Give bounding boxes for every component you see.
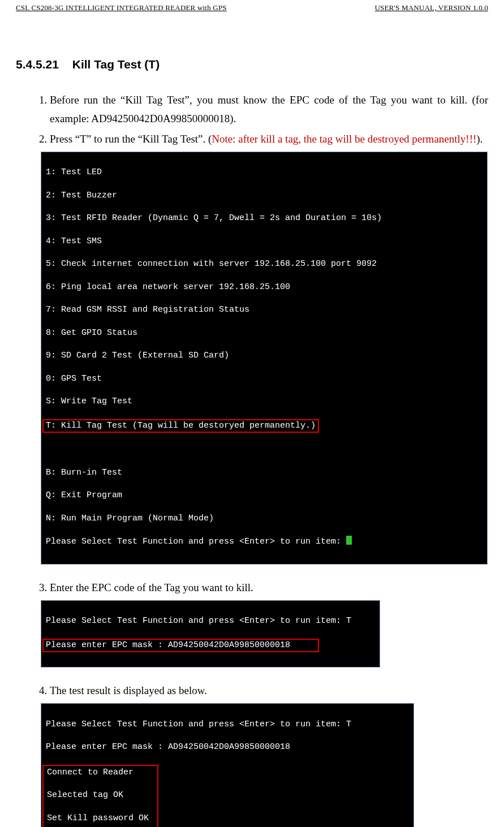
header-left: CSL CS208-3G INTELLIGENT INTEGRATED READ… xyxy=(16,3,227,12)
term2-line-highlighted: Please enter EPC mask : AD94250042D0A998… xyxy=(46,639,375,652)
term1-line: 5: Check internet connection with server… xyxy=(46,259,483,270)
step-2-text-b: ). xyxy=(476,133,483,145)
step-4-text: The test result is displayed as below. xyxy=(50,684,207,696)
term1-line: 4: Test SMS xyxy=(46,236,483,247)
cursor-icon xyxy=(346,536,352,545)
highlight-kill-tag: T: Kill Tag Test (Tag will be destoryed … xyxy=(42,419,319,433)
term1-line: 3: Test RFID Reader (Dynamic Q = 7, Dwel… xyxy=(46,213,483,224)
terminal-screenshot-3: Please Select Test Function and press <E… xyxy=(41,703,414,827)
section-number: 5.4.5.21 xyxy=(16,58,59,71)
terminal-screenshot-2: Please Select Test Function and press <E… xyxy=(41,600,380,667)
term1-line: S: Write Tag Test xyxy=(46,396,483,407)
term1-line: Q: Exit Program xyxy=(46,490,483,501)
term1-line-highlighted: T: Kill Tag Test (Tag will be destoryed … xyxy=(46,419,483,433)
page-header: CSL CS208-3G INTELLIGENT INTEGRATED READ… xyxy=(16,0,488,14)
steps-list-cont2: The test result is displayed as below. xyxy=(31,681,488,700)
highlight-result-block: Connect to Reader Selected tag OK Set Ki… xyxy=(42,765,158,828)
section-heading: 5.4.5.21 Kill Tag Test (T) xyxy=(16,58,488,71)
term3-line: Please enter EPC mask : AD94250042D0A998… xyxy=(46,742,409,753)
term1-line: N: Run Main Program (Normal Mode) xyxy=(46,513,483,524)
term1-line: 9: SD Card 2 Test (External SD Card) xyxy=(46,350,483,361)
section-title-text: Kill Tag Test (T) xyxy=(72,58,160,71)
step-2-note: Note: after kill a tag, the tag will be … xyxy=(212,133,476,145)
term3-line: Selected tag OK xyxy=(47,790,154,801)
term2-line: Please Select Test Function and press <E… xyxy=(46,615,375,627)
step-2: Press “T” to run the “Kill Tag Test”. (N… xyxy=(50,130,488,148)
step-4: The test result is displayed as below. xyxy=(50,681,488,700)
page: CSL CS208-3G INTELLIGENT INTEGRATED READ… xyxy=(0,0,504,827)
term1-line: 2: Test Buzzer xyxy=(46,190,483,201)
term1-line: B: Burn-in Test xyxy=(46,467,483,479)
highlight-epc-input: Please enter EPC mask : AD94250042D0A998… xyxy=(42,639,319,652)
term3-line: Please Select Test Function and press <E… xyxy=(46,719,409,730)
term1-line: 8: Get GPIO Status xyxy=(46,328,483,339)
steps-list-cont1: Enter the EPC code of the Tag you want t… xyxy=(31,578,488,597)
steps-list: Before run the “Kill Tag Test”, you must… xyxy=(31,91,488,148)
term3-line: Set Kill password OK xyxy=(47,813,154,824)
step-1: Before run the “Kill Tag Test”, you must… xyxy=(50,91,488,128)
term1-line xyxy=(46,444,483,455)
terminal-screenshot-1: 1: Test LED 2: Test Buzzer 3: Test RFID … xyxy=(41,152,488,565)
term3-line: Connect to Reader xyxy=(47,767,154,778)
term1-prompt: Please Select Test Function and press <E… xyxy=(46,536,483,548)
term1-line: 1: Test LED xyxy=(46,167,483,178)
step-3-text: Enter the EPC code of the Tag you want t… xyxy=(50,582,253,593)
step-2-text-a: Press “T” to run the “Kill Tag Test”. ( xyxy=(50,133,212,145)
term1-line: 7: Read GSM RSSI and Registration Status xyxy=(46,304,483,316)
term1-line: 0: GPS Test xyxy=(46,373,483,385)
step-3: Enter the EPC code of the Tag you want t… xyxy=(50,578,488,597)
step-1-text: Before run the “Kill Tag Test”, you must… xyxy=(50,94,488,124)
header-right: USER'S MANUAL, VERSION 1.0.0 xyxy=(374,3,488,12)
term1-line: 6: Ping local area network server 192.16… xyxy=(46,282,483,293)
